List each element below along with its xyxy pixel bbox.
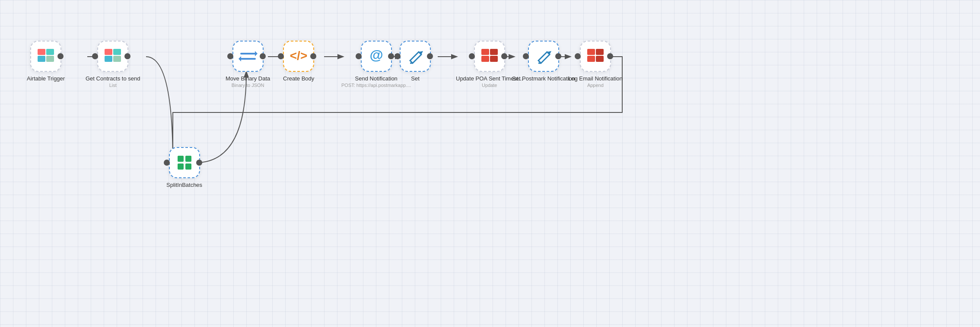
svg-marker-18 (239, 56, 241, 61)
svg-rect-10 (46, 56, 54, 62)
log-email-icon (586, 48, 605, 64)
node-split-in-batches[interactable]: SplitInBatches (166, 147, 202, 188)
set-postmark-icon (535, 48, 552, 65)
create-body-icon: </> (289, 48, 308, 64)
svg-rect-14 (113, 56, 121, 62)
svg-rect-11 (105, 49, 112, 55)
move-binary-label: Move Binary Data (226, 75, 270, 82)
svg-rect-13 (105, 56, 112, 62)
node-airtable-trigger[interactable]: Airtable Trigger (27, 41, 65, 82)
svg-marker-16 (255, 51, 258, 56)
svg-rect-22 (481, 49, 489, 55)
airtable-trigger-label: Airtable Trigger (27, 75, 65, 82)
svg-rect-33 (178, 164, 184, 170)
svg-rect-23 (490, 49, 498, 55)
svg-rect-7 (38, 49, 45, 55)
node-create-body[interactable]: </> Create Body (283, 41, 314, 82)
node-move-binary[interactable]: Move Binary Data Binary to JSON (226, 41, 270, 88)
split-in-batches-label: SplitInBatches (166, 182, 202, 188)
svg-rect-8 (46, 49, 54, 55)
log-email-label: Log Email Notification (568, 75, 623, 82)
svg-rect-31 (178, 156, 184, 162)
set-label: Set (411, 75, 420, 82)
get-contracts-sublabel: List (109, 83, 117, 88)
update-poa-icon (480, 48, 499, 64)
svg-rect-17 (240, 58, 256, 60)
airtable-trigger-icon (37, 48, 55, 64)
svg-rect-9 (38, 56, 45, 62)
workflow-canvas[interactable]: Airtable Trigger Get Contracts to send L… (0, 0, 980, 327)
send-notification-label: Send Notification (355, 75, 398, 82)
move-binary-sublabel: Binary to JSON (232, 83, 264, 88)
svg-rect-27 (587, 49, 595, 55)
svg-rect-30 (596, 56, 604, 62)
update-poa-sublabel: Update (482, 83, 497, 88)
svg-rect-28 (596, 49, 604, 55)
send-notification-icon: @ (367, 47, 386, 66)
log-email-sublabel: Append (587, 83, 604, 88)
set-postmark-label: Set Postmark Notification (512, 75, 575, 82)
move-binary-icon (239, 48, 258, 64)
svg-text:@: @ (369, 47, 383, 63)
svg-rect-15 (240, 53, 256, 54)
create-body-label: Create Body (283, 75, 314, 82)
svg-rect-24 (481, 56, 489, 62)
node-set-postmark[interactable]: Set Postmark Notification (512, 41, 575, 82)
send-notification-sublabel: POST: https://api.postmarkapp.... (341, 83, 411, 88)
svg-rect-34 (185, 164, 191, 170)
get-contracts-label: Get Contracts to send (86, 75, 140, 82)
node-set[interactable]: Set (400, 41, 431, 82)
svg-rect-12 (113, 49, 121, 55)
split-in-batches-icon (176, 154, 193, 171)
svg-rect-29 (587, 56, 595, 62)
svg-text:</>: </> (290, 49, 307, 62)
get-contracts-icon (104, 48, 122, 64)
node-get-contracts[interactable]: Get Contracts to send List (86, 41, 140, 88)
svg-rect-32 (185, 156, 191, 162)
set-icon (407, 48, 424, 65)
node-log-email[interactable]: Log Email Notification Append (568, 41, 623, 88)
svg-rect-25 (490, 56, 498, 62)
